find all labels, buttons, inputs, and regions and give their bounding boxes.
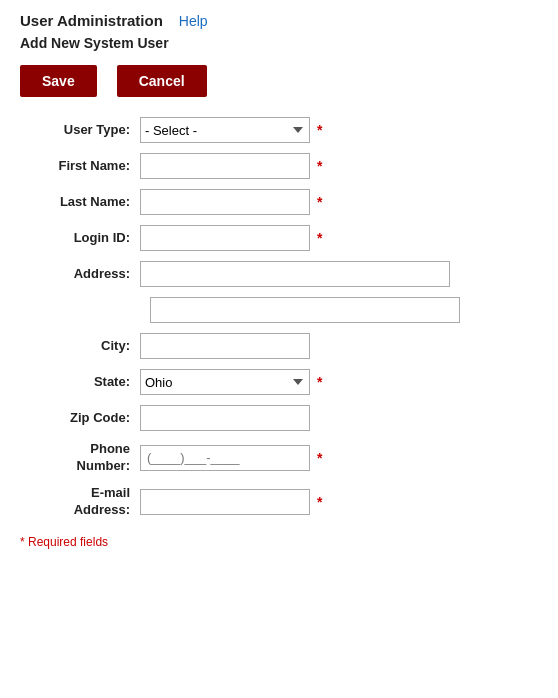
phone-number-label: Phone Number: [20,441,140,475]
last-name-input[interactable] [140,189,310,215]
sub-title: Add New System User [20,35,538,51]
login-id-input[interactable] [140,225,310,251]
user-type-select[interactable]: - Select - [140,117,310,143]
cancel-button[interactable]: Cancel [117,65,207,97]
first-name-label: First Name: [20,158,140,175]
user-type-required-star: * [317,122,322,138]
email-address-label: E-mail Address: [20,485,140,519]
address-label: Address: [20,266,140,283]
first-name-input[interactable] [140,153,310,179]
phone-input[interactable] [140,445,310,471]
last-name-required-star: * [317,194,322,210]
login-id-required-star: * [317,230,322,246]
page-title: User Administration [20,12,163,29]
required-fields-note: * Required fields [20,535,538,549]
user-type-label: User Type: [20,122,140,139]
save-button[interactable]: Save [20,65,97,97]
last-name-label: Last Name: [20,194,140,211]
email-input[interactable] [140,489,310,515]
zip-code-input[interactable] [140,405,310,431]
state-required-star: * [317,374,322,390]
email-required-star: * [317,494,322,510]
city-input[interactable] [140,333,310,359]
city-label: City: [20,338,140,355]
help-link[interactable]: Help [179,13,208,29]
state-select[interactable]: Ohio [140,369,310,395]
zip-code-label: Zip Code: [20,410,140,427]
login-id-label: Login ID: [20,230,140,247]
address-line2-input[interactable] [150,297,460,323]
address-line1-input[interactable] [140,261,450,287]
state-label: State: [20,374,140,391]
first-name-required-star: * [317,158,322,174]
phone-required-star: * [317,450,322,466]
